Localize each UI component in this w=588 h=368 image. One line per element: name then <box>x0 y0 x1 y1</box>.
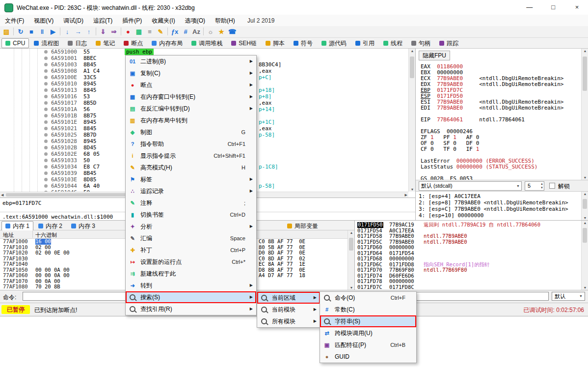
menu-item-follow-in-dump[interactable]: ▦在内存窗口中转到(E)▶ <box>126 91 256 103</box>
breakpoint-dot[interactable] <box>44 69 48 73</box>
breakpoint-dot[interactable] <box>44 114 48 117</box>
tab-dump1[interactable]: 内存 1 <box>1 221 33 231</box>
tab-symbols[interactable]: 符号 <box>290 38 317 48</box>
menu-item-find-references[interactable]: 查找引用(R)▶ <box>126 303 256 315</box>
menu-item-string-references[interactable]: 字符串(S) <box>320 315 416 327</box>
unlock-checkbox[interactable] <box>549 183 555 189</box>
tab-references[interactable]: 引用 <box>351 38 378 48</box>
tab-memory-map[interactable]: 内存布局 <box>148 38 187 48</box>
breakpoint-dot[interactable] <box>44 76 48 79</box>
hash-button[interactable]: # <box>180 27 191 37</box>
argument-line[interactable]: 3: [esp+C] 77B9ABE0 <ntdll.DbgUiRemoteBr… <box>419 206 568 212</box>
tab-threads[interactable]: 线程 <box>379 38 406 48</box>
menubar-favourites[interactable]: 收藏夹(I) <box>147 15 180 27</box>
menu-item-highlighting-mode[interactable]: ✎高亮模式(H)H <box>126 162 256 173</box>
scrollbar-thumb[interactable] <box>410 57 414 78</box>
register-line[interactable]: GS 002B FS 0053 <box>421 176 473 180</box>
stack-row[interactable]: 0171FD6000000000 <box>355 245 588 251</box>
trace-over-button[interactable]: ⇒ <box>108 27 119 37</box>
menu-item-patch[interactable]: ✚补丁Ctrl+P <box>126 244 256 256</box>
tab-source[interactable]: 源代码 <box>318 38 350 48</box>
menu-item-graph[interactable]: ◈制图G <box>126 126 256 138</box>
tab-call-stack[interactable]: 调用堆栈 <box>187 38 226 48</box>
memory-map-button[interactable]: ▦ <box>134 27 144 37</box>
breakpoint-dot[interactable] <box>44 178 48 181</box>
script-button[interactable]: ƒx <box>169 27 180 37</box>
stack-row[interactable]: 0171FD7C0171FD8C <box>355 284 588 290</box>
scrollbar-thumb[interactable] <box>583 228 587 243</box>
step-over-button[interactable]: → <box>73 27 83 37</box>
menu-item-all-modules[interactable]: 所有模块▶ <box>257 315 320 327</box>
menu-item-comment[interactable]: ✎注释; <box>126 197 256 209</box>
menu-item-breakpoint[interactable]: ●断点▶ <box>126 79 256 91</box>
tab-graph[interactable]: 流程图 <box>30 38 63 48</box>
tab-locals[interactable]: 局部变量 <box>283 221 322 231</box>
favourites-button[interactable]: ★ <box>216 27 227 37</box>
registers-scrollbar[interactable] <box>581 49 588 180</box>
menu-item-binary[interactable]: 01二进制(B)▶ <box>126 56 256 67</box>
tab-dump2[interactable]: 内存 2 <box>34 221 66 231</box>
pause-button[interactable]: ‖ <box>37 27 48 37</box>
menu-item-intermodular-calls[interactable]: ⇄跨模块调用(U) <box>320 327 416 339</box>
menu-item-pattern[interactable]: ▣匹配特征(P)Ctrl+B <box>320 339 416 351</box>
notes-button[interactable]: ✎ <box>155 27 166 37</box>
step-into-button[interactable]: ↓ <box>62 27 73 37</box>
breakpoint-dot[interactable] <box>44 88 48 92</box>
tab-cpu[interactable]: CPU <box>1 38 29 48</box>
menu-item-follow-in-memory-map[interactable]: ▥在内存布局中转到 <box>126 114 256 126</box>
breakpoint-dot[interactable] <box>44 95 48 98</box>
menu-item-show-mnemonic-brief[interactable]: i显示指令提示Ctrl+Shift+F1 <box>126 150 256 162</box>
breakpoint-dot[interactable] <box>44 165 48 169</box>
tab-breakpoints[interactable]: 断点 <box>120 38 147 48</box>
menu-item-create-thread[interactable]: ⇉新建线程于此 <box>126 268 256 280</box>
stack-row[interactable]: 0171FD7077B69F80ntdll.77B69F80 <box>355 267 588 273</box>
log-button[interactable]: ≡ <box>144 27 155 37</box>
close-button[interactable]: × <box>566 0 588 15</box>
stack-row[interactable]: 0171FD6800000000 <box>355 256 588 262</box>
stack-row[interactable]: 0171FD7800000000 <box>355 279 588 284</box>
argument-line[interactable]: 4: [esp+10] 00000000 <box>419 213 483 219</box>
stop-button[interactable]: ■ <box>26 27 37 37</box>
assemble-button[interactable]: Az <box>191 27 202 37</box>
stack-row[interactable]: 0171FD5877B9ABE0ntdll.77B9ABE0 <box>355 233 588 239</box>
menubar-plugins[interactable]: 插件(P) <box>117 15 147 27</box>
breakpoint-dot[interactable] <box>44 82 48 85</box>
menubar-help[interactable]: 帮助(H) <box>210 15 240 27</box>
breakpoint-dot[interactable] <box>44 57 48 60</box>
breakpoint-dot[interactable] <box>44 171 48 175</box>
menu-item-constant[interactable]: #常数(C) <box>320 304 416 315</box>
tab-log[interactable]: 日志 <box>64 38 91 48</box>
menubar-file[interactable]: 文件(F) <box>0 15 29 27</box>
breakpoint-dot[interactable] <box>44 120 48 124</box>
menubar-trace[interactable]: 追踪(T) <box>88 15 117 27</box>
stack-row[interactable]: 0171FD5077B9AC19返回到 ntdll.77B9AC19 自 ntd… <box>355 222 588 228</box>
breakpoint-dot[interactable] <box>44 146 48 149</box>
help-phone-button[interactable]: ☎ <box>227 27 238 37</box>
tab-handles[interactable]: 句柄 <box>407 38 434 48</box>
settings-button[interactable]: ☼ <box>205 27 216 37</box>
scrollbar-thumb[interactable] <box>583 57 587 91</box>
menu-item-analysis[interactable]: ✦分析▶ <box>126 221 256 232</box>
menu-item-goto[interactable]: ➜转到▶ <box>126 280 256 291</box>
menu-item-assemble[interactable]: ✎汇编Space <box>126 232 256 244</box>
maximize-button[interactable]: □ <box>542 0 564 15</box>
menu-item-label[interactable]: ⚑标签▶ <box>126 173 256 185</box>
stack-scrollbar[interactable] <box>581 221 588 290</box>
memory-scrollbar[interactable] <box>347 230 354 290</box>
breakpoint-dot[interactable] <box>44 63 48 66</box>
register-line[interactable]: LastStatus 00000000 (STATUS_SUCCESS) <box>421 164 537 170</box>
menu-item-current-region[interactable]: 当前区域▶ <box>257 292 320 304</box>
tab-notes[interactable]: 笔记 <box>92 38 119 48</box>
breakpoints-button[interactable]: ● <box>123 27 134 37</box>
restart-button[interactable]: ↻ <box>15 27 26 37</box>
menu-item-follow-in-disassembler[interactable]: ▤在反汇编中转到(D)▶ <box>126 103 256 114</box>
breakpoint-dot[interactable] <box>44 101 48 105</box>
menu-item-copy[interactable]: ▣复制(C)▶ <box>126 67 256 79</box>
breakpoint-dot[interactable] <box>44 108 48 111</box>
disasm-row[interactable]: 6A59100055push ebp <box>0 49 408 55</box>
menubar-view[interactable]: 视图(V) <box>29 15 58 27</box>
menu-item-guid[interactable]: ●GUID <box>320 351 416 363</box>
register-line[interactable]: EIP 77B64061 ntdll.77B64061 <box>421 117 525 123</box>
tab-dump3[interactable]: 内存 3 <box>67 221 99 231</box>
hide-fpu-button[interactable]: 隐藏FPU <box>419 51 450 60</box>
